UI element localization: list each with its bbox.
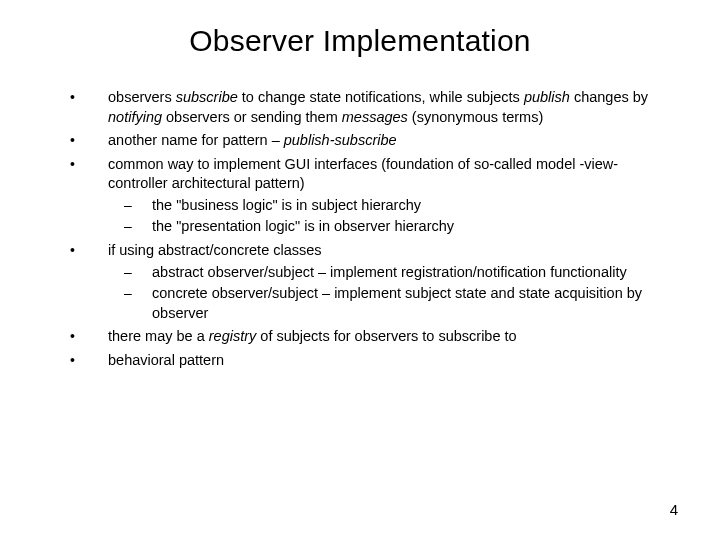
sub-item: abstract observer/subject – implement re… bbox=[108, 263, 664, 283]
text-run: the "presentation logic" is in observer … bbox=[152, 218, 454, 234]
text-run: another name for pattern – bbox=[108, 132, 284, 148]
text-run: (synonymous terms) bbox=[408, 109, 543, 125]
text-run: concrete observer/subject – implement su… bbox=[152, 285, 642, 321]
bullet-item: behavioral pattern bbox=[64, 351, 664, 371]
bullet-item: another name for pattern – publish-subsc… bbox=[64, 131, 664, 151]
page-number: 4 bbox=[670, 501, 678, 518]
slide-content: observers subscribe to change state noti… bbox=[64, 88, 664, 374]
slide: Observer Implementation observers subscr… bbox=[0, 0, 720, 540]
text-italic: publish bbox=[524, 89, 570, 105]
text-run: behavioral pattern bbox=[108, 352, 224, 368]
sub-list: the "business logic" is in subject hiera… bbox=[108, 196, 664, 237]
slide-title: Observer Implementation bbox=[0, 24, 720, 58]
text-run: of subjects for observers to subscribe t… bbox=[256, 328, 516, 344]
bullet-item: common way to implement GUI interfaces (… bbox=[64, 155, 664, 237]
bullet-item: observers subscribe to change state noti… bbox=[64, 88, 664, 127]
text-run: changes by bbox=[570, 89, 648, 105]
text-italic: notifying bbox=[108, 109, 162, 125]
sub-item: the "business logic" is in subject hiera… bbox=[108, 196, 664, 216]
bullet-item: there may be a registry of subjects for … bbox=[64, 327, 664, 347]
text-run: abstract observer/subject – implement re… bbox=[152, 264, 627, 280]
sub-list: abstract observer/subject – implement re… bbox=[108, 263, 664, 324]
text-run: observers or sending them bbox=[162, 109, 342, 125]
text-run: common way to implement GUI interfaces (… bbox=[108, 156, 618, 192]
bullet-item: if using abstract/concrete classes abstr… bbox=[64, 241, 664, 323]
text-italic: subscribe bbox=[176, 89, 238, 105]
text-run: observers bbox=[108, 89, 176, 105]
text-run: to change state notifications, while sub… bbox=[238, 89, 524, 105]
text-italic: messages bbox=[342, 109, 408, 125]
text-run: there may be a bbox=[108, 328, 209, 344]
bullet-list: observers subscribe to change state noti… bbox=[64, 88, 664, 370]
sub-item: concrete observer/subject – implement su… bbox=[108, 284, 664, 323]
text-italic: publish-subscribe bbox=[284, 132, 397, 148]
text-italic: registry bbox=[209, 328, 257, 344]
text-run: if using abstract/concrete classes bbox=[108, 242, 322, 258]
text-run: the "business logic" is in subject hiera… bbox=[152, 197, 421, 213]
sub-item: the "presentation logic" is in observer … bbox=[108, 217, 664, 237]
